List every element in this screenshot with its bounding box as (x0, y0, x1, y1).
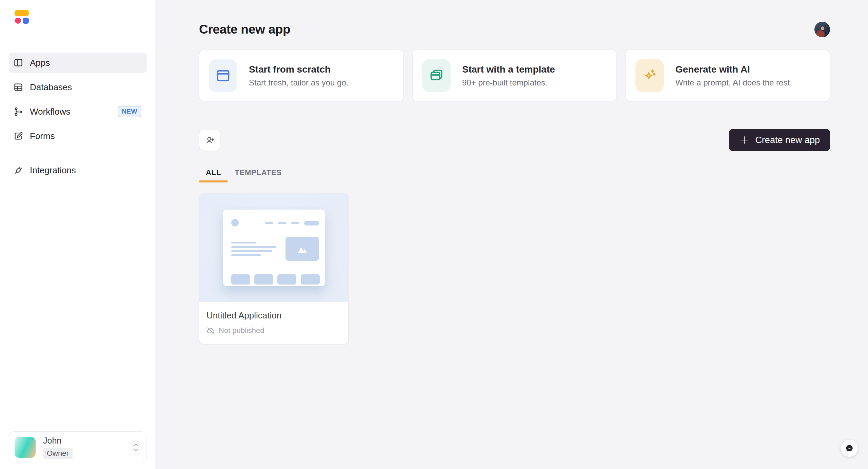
sidebar-item-integrations[interactable]: Integrations (9, 160, 147, 180)
option-text: Generate with AI Write a prompt, AI does… (675, 64, 792, 87)
sidebar-nav: Apps Databases Workflows NEW Forms (9, 53, 147, 180)
option-title: Start from scratch (249, 64, 348, 75)
sidebar-item-apps[interactable]: Apps (9, 53, 147, 73)
start-with-template-card[interactable]: Start with a template 90+ pre-built temp… (412, 50, 617, 102)
option-subtitle: 90+ pre-built templates. (462, 78, 555, 87)
logo-square (23, 18, 29, 24)
sidebar-item-label: Databases (30, 82, 72, 93)
template-stack-icon (422, 59, 451, 92)
softr-logo[interactable] (15, 10, 29, 24)
app-thumbnail (199, 193, 348, 302)
start-from-scratch-card[interactable]: Start from scratch Start fresh, tailor a… (199, 50, 403, 102)
apps-grid: Untitled Application Not published (199, 193, 830, 344)
cloud-off-icon (206, 326, 215, 335)
image-placeholder-icon (285, 237, 319, 261)
app-thumbnail-mock (223, 210, 325, 286)
app-card-untitled-application[interactable]: Untitled Application Not published (199, 193, 349, 344)
workspace-switcher[interactable]: John Owner (9, 431, 146, 463)
logo-bar (15, 10, 29, 16)
git-branch-icon (14, 107, 23, 116)
workspace-meta: John Owner (43, 436, 73, 459)
sidebar-item-databases[interactable]: Databases (9, 77, 147, 97)
browser-window-icon (209, 59, 237, 92)
workspace-avatar (15, 437, 36, 458)
tab-templates[interactable]: TEMPLATES (228, 168, 289, 182)
sidebar-item-label: Forms (30, 131, 55, 141)
create-new-app-button[interactable]: Create new app (729, 129, 830, 151)
actions-row: Create new app (199, 129, 830, 151)
panel-left-icon (14, 58, 23, 67)
option-subtitle: Start fresh, tailor as you go. (249, 78, 348, 87)
plus-icon (739, 135, 749, 145)
option-title: Generate with AI (675, 64, 792, 75)
option-title: Start with a template (462, 64, 555, 75)
sidebar-divider (9, 153, 146, 153)
chat-widget-button[interactable] (841, 440, 858, 457)
square-pen-icon (14, 131, 23, 141)
tab-all[interactable]: ALL (199, 168, 228, 182)
app-title: Untitled Application (206, 310, 341, 321)
ai-sparkles-icon (635, 59, 664, 92)
option-text: Start with a template 90+ pre-built temp… (462, 64, 555, 87)
app-status: Not published (206, 326, 341, 335)
chevron-up-down-icon (133, 443, 139, 452)
new-badge: NEW (118, 106, 141, 117)
chat-bubble-icon (845, 444, 854, 453)
sidebar-item-label: Workflows (30, 106, 70, 117)
create-option-row: Start from scratch Start fresh, tailor a… (199, 50, 830, 102)
invite-user-button[interactable] (199, 129, 221, 151)
logo-dot (15, 18, 21, 24)
sidebar-item-label: Apps (30, 58, 50, 68)
user-plus-icon (205, 135, 215, 145)
create-button-label: Create new app (755, 135, 820, 145)
user-name: John (43, 436, 73, 446)
account-avatar[interactable] (814, 22, 830, 37)
page-title: Create new app (199, 22, 290, 37)
app-status-label: Not published (219, 326, 264, 335)
sidebar-item-workflows[interactable]: Workflows NEW (9, 101, 147, 122)
main-header: Create new app (199, 22, 830, 37)
user-role-badge: Owner (43, 448, 73, 459)
sidebar-item-label: Integrations (30, 165, 76, 176)
option-text: Start from scratch Start fresh, tailor a… (249, 64, 348, 87)
plug-icon (14, 165, 23, 175)
main-content: Create new app Start from scratch Start … (155, 0, 868, 469)
option-subtitle: Write a prompt, AI does the rest. (675, 78, 792, 87)
generate-with-ai-card[interactable]: Generate with AI Write a prompt, AI does… (626, 50, 830, 102)
app-info: Untitled Application Not published (199, 302, 348, 344)
table-icon (14, 82, 23, 92)
sidebar: Apps Databases Workflows NEW Forms (0, 0, 155, 469)
apps-tabs: ALL TEMPLATES (199, 168, 830, 182)
sidebar-item-forms[interactable]: Forms (9, 126, 147, 146)
